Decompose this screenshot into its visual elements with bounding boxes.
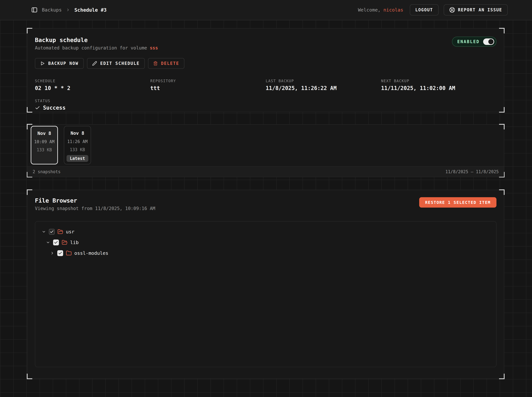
snapshots-footer: 2 snapshots 11/8/2025 – 11/8/2025 [27, 166, 504, 177]
tree-row-ossl-modules[interactable]: ossl-modules [42, 248, 496, 259]
field-next-backup: NEXT BACKUP 11/11/2025, 11:02:00 AM [381, 79, 496, 91]
panel-title: Backup schedule [35, 37, 158, 43]
snapshot-card-selected[interactable]: Nov 8 10:09 AM 133 KB [31, 126, 58, 164]
snapshot-date: Nov 8 [38, 131, 51, 136]
enabled-toggle[interactable]: ENABLED [452, 37, 496, 47]
toggle-track[interactable] [483, 38, 494, 45]
chevron-right-icon[interactable] [50, 251, 54, 255]
status-block: STATUS Success [35, 99, 496, 111]
checkbox-checked[interactable] [57, 250, 63, 256]
snapshot-time: 11:26 AM [67, 139, 88, 144]
file-browser-panel: File Browser Viewing snapshot from 11/8/… [27, 190, 504, 379]
corner-bracket [27, 107, 32, 112]
folder-open-icon [57, 229, 63, 235]
backup-now-button[interactable]: BACKUP NOW [35, 58, 84, 69]
toggle-knob [488, 39, 494, 44]
sidebar-toggle-icon[interactable] [31, 7, 38, 13]
welcome-text: Welcome, nicolas [358, 7, 403, 13]
corner-bracket [27, 28, 32, 33]
username: nicolas [384, 7, 403, 13]
schedule-fields: SCHEDULE 02 10 * * 2 REPOSITORY ttt LAST… [35, 79, 496, 91]
restore-button[interactable]: RESTORE 1 SELECTED ITEM [419, 197, 496, 208]
folder-open-icon [62, 240, 68, 245]
panel-subtitle: Viewing snapshot from 11/8/2025, 10:09:1… [35, 206, 155, 211]
snapshot-card[interactable]: Nov 8 11:26 AM 133 KB Latest [64, 126, 91, 164]
snapshots-panel: Nov 8 10:09 AM 133 KB Nov 8 11:26 AM 133… [27, 124, 504, 177]
report-issue-button[interactable]: REPORT AN ISSUE [444, 4, 508, 15]
delete-button[interactable]: DELETE [148, 58, 184, 69]
top-bar: Backups Schedule #3 Welcome, nicolas LOG… [0, 0, 532, 20]
trash-icon [153, 61, 158, 66]
corner-bracket [499, 124, 505, 130]
chevron-down-icon[interactable] [46, 240, 50, 245]
corner-bracket [27, 124, 32, 130]
backup-schedule-panel: Backup schedule Automated backup configu… [27, 28, 504, 112]
life-buoy-icon [449, 7, 455, 13]
corner-bracket [27, 189, 32, 195]
enabled-label: ENABLED [457, 39, 480, 44]
breadcrumb-chevron-icon [66, 8, 70, 12]
snapshot-time: 10:09 AM [34, 139, 54, 144]
field-label: LAST BACKUP [266, 79, 381, 83]
logout-button[interactable]: LOGOUT [410, 4, 438, 15]
snapshot-card-list: Nov 8 10:09 AM 133 KB Nov 8 11:26 AM 133… [27, 124, 504, 167]
volume-name: sss [150, 45, 158, 51]
pencil-icon [92, 61, 97, 66]
corner-bracket [499, 107, 505, 112]
corner-bracket [27, 374, 32, 379]
breadcrumb-current: Schedule #3 [74, 7, 107, 13]
field-value: ttt [150, 85, 266, 91]
checkbox-checked[interactable] [49, 229, 55, 235]
field-last-backup: LAST BACKUP 11/8/2025, 11:26:22 AM [266, 79, 381, 91]
snapshot-date: Nov 8 [71, 130, 84, 136]
chevron-down-icon[interactable] [42, 230, 46, 234]
folder-icon [66, 250, 72, 256]
folder-name[interactable]: usr [66, 229, 74, 235]
breadcrumb-section[interactable]: Backups [42, 7, 62, 13]
corner-bracket [499, 28, 505, 33]
tree-row-usr[interactable]: usr [42, 226, 496, 237]
folder-name[interactable]: lib [70, 240, 79, 245]
play-icon [40, 61, 45, 66]
check-icon [35, 105, 40, 111]
field-value: 11/8/2025, 11:26:22 AM [266, 85, 381, 91]
panel-title: File Browser [35, 197, 155, 204]
snapshot-count: 2 snapshots [33, 169, 61, 174]
field-label: REPOSITORY [150, 79, 266, 83]
folder-name[interactable]: ossl-modules [74, 250, 108, 256]
latest-badge: Latest [67, 155, 88, 162]
field-label: SCHEDULE [35, 79, 150, 83]
status-value: Success [43, 105, 66, 111]
field-value: 02 10 * * 2 [35, 85, 150, 91]
field-label: NEXT BACKUP [381, 79, 496, 83]
field-schedule: SCHEDULE 02 10 * * 2 [35, 79, 150, 91]
snapshot-size: 133 KB [70, 147, 85, 152]
panel-subtitle: Automated backup configuration for volum… [35, 45, 158, 51]
file-tree: usr lib ossl-modules [35, 221, 496, 367]
edit-schedule-button[interactable]: EDIT SCHEDULE [87, 58, 145, 69]
status-label: STATUS [35, 99, 496, 103]
tree-row-lib[interactable]: lib [42, 237, 496, 248]
corner-bracket [499, 374, 505, 379]
snapshot-size: 133 KB [37, 147, 52, 152]
checkbox-checked[interactable] [53, 240, 59, 245]
corner-bracket [499, 189, 505, 195]
field-value: 11/11/2025, 11:02:00 AM [381, 85, 496, 91]
field-repository: REPOSITORY ttt [150, 79, 266, 91]
snapshot-date-range: 11/8/2025 – 11/8/2025 [445, 169, 499, 174]
